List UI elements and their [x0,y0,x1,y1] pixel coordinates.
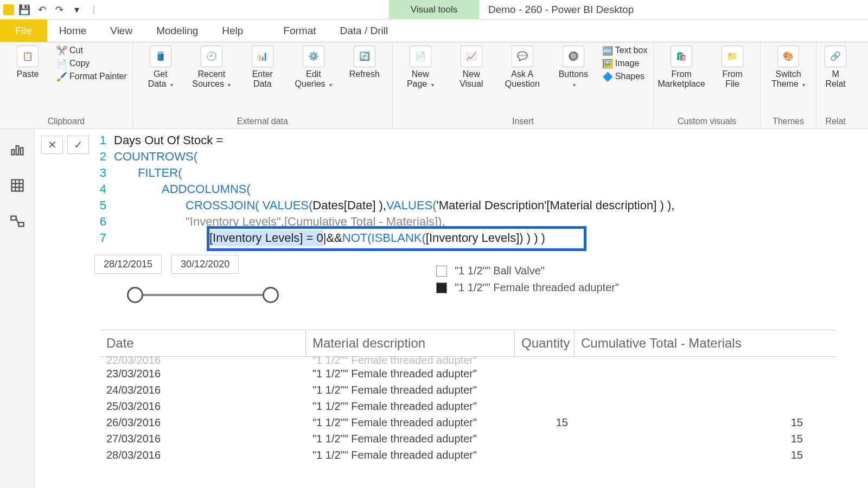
group-label-clipboard: Clipboard [5,114,127,126]
group-external-data: 🛢️GetData 🕘RecentSources 📊EnterData ⚙️Ed… [133,42,393,129]
svg-rect-8 [11,216,16,220]
get-data-icon: 🛢️ [150,46,171,67]
paste-icon: 📋 [17,46,39,67]
tab-file[interactable]: File [0,20,47,42]
new-visual-icon: 📈 [461,46,482,67]
from-file-button[interactable]: 📁FromFile [710,46,755,88]
table-row[interactable]: 24/03/2016"1 1/2"" Female threaded adupt… [100,382,835,398]
slicer-slider[interactable] [127,287,279,303]
switch-theme-button[interactable]: 🎨SwitchTheme [766,46,810,88]
undo-icon[interactable]: ↶ [35,3,49,17]
format-painter-button[interactable]: 🖌️Format Painter [56,72,127,81]
col-header-material[interactable]: Material description [306,330,515,356]
save-icon[interactable]: 💾 [17,3,31,17]
image-button[interactable]: 🖼️Image [602,59,648,68]
ask-icon: 💬 [512,46,533,67]
code-line-2: COUNTROWS( [114,149,197,165]
code-line-4: ADDCOLUMNS( [114,181,251,197]
refresh-icon: 🔄 [354,46,375,67]
brush-icon: 🖌️ [56,72,66,81]
svg-line-10 [16,218,18,224]
table-body: 22/03/2016"1 1/2"" Female threaded adupt… [100,355,835,463]
shapes-icon: 🔷 [602,72,612,81]
data-table[interactable]: Date Material description Quantity Cumul… [100,330,835,463]
code-line-1: Days Out Of Stock = [114,132,223,149]
formula-bar: ✕ ✓ 1Days Out Of Stock = 2COUNTROWS( 3FI… [35,129,868,246]
recent-sources-button[interactable]: 🕘RecentSources [189,46,234,88]
cut-button[interactable]: ✂️Cut [56,46,127,55]
report-canvas: ✕ ✓ 1Days Out Of Stock = 2COUNTROWS( 3FI… [35,129,868,488]
legend-slicer[interactable]: "1 1/2"" Ball Valve" "1 1/2"" Female thr… [436,265,619,294]
from-marketplace-button[interactable]: 🛍️FromMarketplace [659,46,704,88]
enter-data-icon: 📊 [252,46,273,67]
shapes-button[interactable]: 🔷Shapes [602,72,648,81]
get-data-button[interactable]: 🛢️GetData [138,46,183,88]
tab-modeling[interactable]: Modeling [144,20,210,42]
main-area: ✕ ✓ 1Days Out Of Stock = 2COUNTROWS( 3FI… [0,129,868,488]
paste-label: Paste [17,69,39,79]
group-label-custom: Custom visuals [659,114,755,126]
group-relationships: 🔗MRelat Relat [816,42,854,129]
tab-view[interactable]: View [98,20,144,42]
dax-editor[interactable]: 1Days Out Of Stock = 2COUNTROWS( 3FILTER… [92,132,674,246]
title-bar: 💾 ↶ ↷ ▾ | Visual tools Demo - 260 - Powe… [0,0,868,20]
table-row[interactable]: 25/03/2016"1 1/2"" Female threaded adupt… [100,398,835,414]
slider-handle-left[interactable] [127,287,143,303]
table-row[interactable]: 23/03/2016"1 1/2"" Female threaded adupt… [100,365,835,382]
slider-handle-right[interactable] [263,287,279,303]
report-view-icon[interactable] [8,140,27,159]
redo-icon[interactable]: ↷ [52,3,66,17]
window-title: Demo - 260 - Power BI Desktop [488,0,634,20]
recent-sources-icon: 🕘 [201,46,222,67]
slicer-from-date[interactable]: 28/12/2015 [94,255,162,274]
checkbox-empty-icon[interactable] [436,266,447,277]
col-header-date[interactable]: Date [100,330,306,356]
copy-label: Copy [69,59,90,68]
formula-cancel-button[interactable]: ✕ [41,136,63,154]
date-slicer[interactable]: 28/12/2015 30/12/2020 [94,255,279,303]
slicer-to-date[interactable]: 30/12/2020 [171,255,239,274]
col-header-quantity[interactable]: Quantity [515,330,575,356]
checkbox-checked-icon[interactable] [436,282,447,293]
group-custom-visuals: 🛍️FromMarketplace 📁FromFile Custom visua… [654,42,761,129]
edit-queries-icon: ⚙️ [303,46,324,67]
table-row[interactable]: 28/03/2016"1 1/2"" Female threaded adupt… [100,447,835,463]
group-label-insert: Insert [398,114,648,126]
edit-queries-button[interactable]: ⚙️EditQueries [291,46,336,88]
svg-rect-2 [20,148,23,155]
legend-item-adupter[interactable]: "1 1/2"" Female threaded adupter" [436,281,619,294]
table-row[interactable]: 22/03/2016"1 1/2"" Female threaded adupt… [100,355,835,365]
refresh-button[interactable]: 🔄Refresh [342,46,387,79]
legend-item-ball-valve[interactable]: "1 1/2"" Ball Valve" [436,265,619,277]
svg-rect-9 [18,222,23,226]
table-row[interactable]: 27/03/2016"1 1/2"" Female threaded adupt… [100,431,835,447]
data-view-icon[interactable] [8,176,27,195]
tab-home[interactable]: Home [47,20,99,42]
quick-access-toolbar: 💾 ↶ ↷ ▾ | [0,3,104,17]
tab-datadrill[interactable]: Data / Drill [328,20,400,42]
tab-format[interactable]: Format [271,20,328,42]
svg-rect-0 [11,150,14,155]
tab-help[interactable]: Help [210,20,255,42]
col-header-cumulative[interactable]: Cumulative Total - Materials [575,330,835,356]
cut-icon: ✂️ [56,46,66,55]
textbox-button[interactable]: 🔤Text box [602,46,648,55]
textbox-icon: 🔤 [602,46,612,55]
paste-button[interactable]: 📋 Paste [5,46,50,79]
formula-commit-button[interactable]: ✓ [67,136,89,154]
model-view-icon[interactable] [8,211,27,231]
buttons-button[interactable]: 🔘Buttons [551,46,596,88]
manage-relationships-button[interactable]: 🔗MRelat [822,46,849,88]
table-row[interactable]: 26/03/2016"1 1/2"" Female threaded adupt… [100,414,835,431]
group-clipboard: 📋 Paste ✂️Cut 📄Copy 🖌️Format Painter Cli… [0,42,133,129]
new-visual-button[interactable]: 📈NewVisual [449,46,494,88]
theme-icon: 🎨 [777,46,799,67]
new-page-icon: 📄 [410,46,431,67]
enter-data-button[interactable]: 📊EnterData [240,46,285,88]
group-themes: 🎨SwitchTheme Themes [761,42,816,129]
qat-dropdown-icon[interactable]: ▾ [69,3,84,17]
copy-button[interactable]: 📄Copy [56,59,127,68]
ask-question-button[interactable]: 💬Ask AQuestion [500,46,545,88]
group-label-themes: Themes [766,114,810,126]
new-page-button[interactable]: 📄NewPage [398,46,443,88]
